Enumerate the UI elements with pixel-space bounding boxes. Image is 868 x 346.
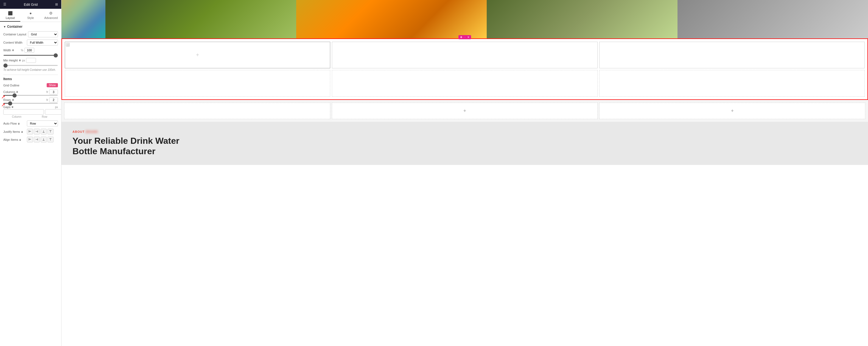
container-collapse-arrow[interactable]: ▼ (3, 25, 6, 28)
grid-outline-label: Grid Outline (3, 84, 20, 87)
height-hint: To achieve full height Container use 100… (3, 68, 58, 72)
columns-monitor-icon: 🖥 (16, 91, 19, 93)
width-unit: % (21, 49, 23, 52)
bottom-add-cell-3[interactable]: + (599, 103, 865, 119)
width-slider[interactable] (3, 55, 58, 56)
container-section-header: ▼ Container (3, 25, 58, 29)
min-height-value-input[interactable] (26, 58, 36, 63)
style-tab-icon: ● (29, 11, 32, 15)
about-section: ABOUT BRAND Your Reliable Drink Water Bo… (61, 122, 868, 165)
gaps-column-label: Column (3, 115, 30, 118)
width-monitor-icon: 🖥 (12, 49, 14, 52)
rows-section: Rows 🖥 fr ↗ (3, 97, 58, 104)
bottom-add-row: + + (61, 100, 868, 122)
gaps-section: Gaps 🖥 px 🔗 Column Row (3, 105, 58, 118)
justify-end-btn[interactable]: ⊥ (41, 129, 46, 134)
columns-section: Columns 🖥 fr ↗ (3, 90, 58, 96)
grid-cell-plus-1[interactable]: + (196, 52, 199, 58)
min-height-slider-row (3, 65, 58, 66)
justify-monitor-icon: 🖥 (21, 131, 23, 133)
grid-move-icon[interactable]: ✥ (460, 36, 462, 39)
about-title: Your Reliable Drink Water Bottle Manufac… (72, 135, 857, 157)
auto-flow-monitor-icon: 🖥 (18, 122, 20, 125)
content-width-row: Content Width Full Width Boxed (3, 39, 58, 45)
tab-advanced[interactable]: ⚙ Advanced (41, 9, 61, 22)
gaps-column-input[interactable] (3, 109, 44, 115)
grid-container: ⬜ + (65, 42, 865, 97)
justify-start-btn[interactable]: ⊢ (27, 129, 33, 134)
image-row (61, 0, 868, 38)
justify-stretch-btn[interactable]: ⊤ (48, 129, 54, 134)
align-buttons: ⊢ ⊣ ⊥ ⊤ (27, 137, 54, 143)
align-center-btn[interactable]: ⊣ (34, 137, 40, 143)
content-wrapper: ✥ ⋯ ✕ ⬜ + (61, 0, 868, 346)
bottom-add-cell-1 (64, 103, 330, 119)
justify-buttons: ⊢ ⊣ ⊥ ⊤ (27, 129, 54, 134)
about-title-line1: Your Reliable Drink Water (72, 136, 179, 146)
gaps-sub-labels: Column Row (3, 115, 58, 118)
gaps-unit: px (55, 106, 58, 109)
align-start-btn[interactable]: ⊢ (27, 137, 33, 143)
auto-flow-select[interactable]: Row Column (27, 121, 58, 126)
advanced-tab-icon: ⚙ (49, 11, 53, 15)
content-width-label: Content Width (3, 41, 25, 44)
rows-slider[interactable] (3, 103, 58, 104)
main-area: ✥ ⋯ ✕ ⬜ + (61, 0, 868, 346)
grid-cell-4 (65, 70, 330, 97)
about-label: ABOUT BRAND (72, 130, 857, 133)
tab-style[interactable]: ● Style (20, 9, 41, 22)
align-items-label: Align Items 🖥 (3, 138, 25, 141)
container-layout-row: Container Layout Grid Flex (3, 31, 58, 37)
layout-tab-icon: ⬛ (8, 11, 12, 15)
bottom-plus-3[interactable]: + (731, 108, 734, 114)
grid-close-icon[interactable]: ✕ (467, 36, 469, 39)
align-stretch-btn[interactable]: ⊤ (48, 137, 54, 143)
gaps-label: Gaps 🖥 (3, 105, 20, 109)
grid-icon[interactable]: ⊞ (55, 2, 58, 6)
grid-cell-3 (599, 42, 865, 68)
grid-cell-corner-1: ⬜ (66, 43, 70, 46)
tab-layout[interactable]: ⬛ Layout (0, 9, 20, 22)
justify-items-row: Justify Items 🖥 ⊢ ⊣ ⊥ ⊤ (3, 129, 58, 134)
content-width-select[interactable]: Full Width Boxed (27, 39, 58, 45)
bottom-plus-2[interactable]: + (463, 108, 466, 114)
gaps-row-input[interactable] (45, 109, 61, 115)
image-4 (487, 0, 678, 38)
gaps-inputs: 🔗 (3, 109, 58, 115)
panel-title: Edit Grid (24, 2, 38, 7)
rows-monitor-icon: 🖥 (12, 98, 14, 101)
items-section-label: Items (3, 77, 58, 81)
auto-flow-row: Auto Flow 🖥 Row Column (3, 121, 58, 126)
image-2 (105, 0, 296, 38)
gaps-monitor-icon: 🖥 (11, 106, 14, 108)
width-label: Width 🖥 (3, 49, 20, 52)
about-title-line2: Bottle Manufacturer (72, 146, 155, 156)
min-height-row: Min Height 🖥 px (3, 58, 58, 63)
image-3 (296, 0, 487, 38)
width-value-input[interactable] (25, 48, 34, 53)
image-5 (678, 0, 868, 38)
container-layout-label: Container Layout (3, 33, 26, 36)
grid-cell-2 (332, 42, 597, 68)
gaps-row-label: Row (31, 115, 58, 118)
align-end-btn[interactable]: ⊥ (41, 137, 46, 143)
width-slider-row (3, 55, 58, 56)
left-panel: ☰ Edit Grid ⊞ ⬛ Layout ● Style ⚙ Advance… (0, 0, 61, 346)
grid-toolbar: ✥ ⋯ ✕ (459, 35, 471, 39)
min-height-label: Min Height 🖥 (3, 59, 21, 62)
bottom-add-cell-2[interactable]: + (332, 103, 598, 119)
width-row: Width 🖥 % (3, 48, 58, 53)
grid-cell-5 (332, 70, 597, 97)
justify-center-btn[interactable]: ⊣ (34, 129, 40, 134)
justify-items-label: Justify Items 🖥 (3, 130, 25, 133)
grid-cell-1: ⬜ + (65, 42, 330, 68)
grid-outline-row: Grid Outline Show (3, 83, 58, 87)
grid-outline-toggle[interactable]: Show (46, 83, 58, 87)
container-layout-select[interactable]: Grid Flex (28, 31, 58, 37)
brand-name-blurred: BRAND (86, 130, 98, 133)
grid-dots-icon[interactable]: ⋯ (463, 36, 466, 39)
columns-slider[interactable] (3, 95, 58, 96)
grid-edit-section: ✥ ⋯ ✕ ⬜ + (61, 38, 868, 100)
min-height-slider[interactable] (3, 65, 58, 66)
menu-icon[interactable]: ☰ (3, 2, 6, 6)
